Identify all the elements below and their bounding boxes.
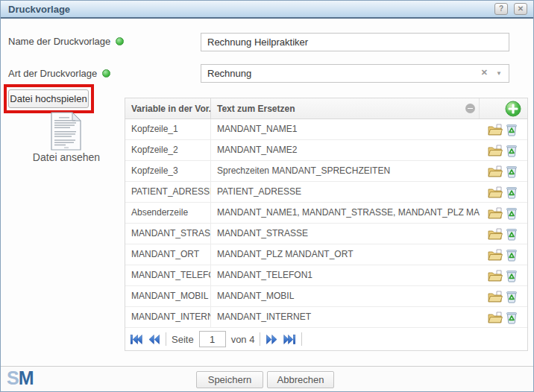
text-cell: MANDANT_STRASSE [211,224,480,244]
add-row-button[interactable] [505,101,521,117]
row-actions [480,161,527,181]
delete-trash-icon[interactable] [505,144,518,157]
variable-cell: PATIENT_ADRESSE [125,182,211,202]
dialog-title: Druckvorlage [8,4,70,15]
chevron-down-icon[interactable]: ▼ [496,70,502,77]
table-row[interactable]: Kopfzeile_1 MANDANT_NAME1 [125,119,527,140]
pager-divider [301,332,302,346]
row-actions [480,119,527,139]
next-page-button[interactable] [266,333,278,346]
dialog-titlebar: Druckvorlage ? ✕ [1,1,533,19]
open-folder-icon[interactable] [488,165,503,177]
variable-cell: MANDANT_INTERNET [125,307,211,327]
delete-trash-icon[interactable] [505,206,518,220]
template-name-input[interactable] [201,33,509,51]
clear-icon[interactable]: ✕ [481,68,488,78]
row-actions [480,265,527,285]
open-folder-icon[interactable] [488,312,503,323]
close-button[interactable]: ✕ [514,3,527,15]
dialog-footer: SM Speichern Abbrechen [1,366,533,391]
save-button[interactable]: Speichern [196,371,263,388]
variable-cell: Absenderzeile [125,203,211,223]
variable-cell: Kopfzeile_3 [125,161,211,181]
variables-grid: Variable in der Vor... Text zum Ersetzen… [125,98,528,351]
table-row[interactable]: Kopfzeile_3 Sprechzeiten MANDANT_SPRECHZ… [125,161,527,182]
open-folder-icon[interactable] [488,207,503,219]
column-menu-icon[interactable] [465,104,475,113]
variable-cell: Kopfzeile_1 [125,119,211,139]
row-actions [480,182,527,202]
combobox-value: Rechnung [207,68,251,79]
document-preview-icon[interactable] [48,112,83,154]
annotation-highlight-box [4,84,94,113]
variable-cell: MANDANT_STRASSE [125,224,211,244]
page-label: Seite [172,334,194,345]
template-type-combobox[interactable]: Rechnung ✕ ▼ [201,64,509,83]
open-folder-icon[interactable] [488,186,503,198]
column-header-text-label: Text zum Ersetzen [217,104,295,114]
table-row[interactable]: MANDANT_MOBIL MANDANT_MOBIL [125,286,527,307]
first-page-button[interactable] [130,333,142,346]
text-cell: Sprechzeiten MANDANT_SPRECHZEITEN [211,161,480,181]
previous-page-button[interactable] [148,333,160,346]
help-button[interactable]: ? [494,3,508,15]
table-row[interactable]: MANDANT_INTERNET MANDANT_INTERNET [125,307,527,328]
page-number-input[interactable] [199,331,226,347]
text-cell: MANDANT_INTERNET [211,307,480,327]
open-folder-icon[interactable] [488,124,503,136]
row-actions [480,244,527,265]
column-header-variable[interactable]: Variable in der Vor... [125,98,211,118]
cancel-button[interactable]: Abbrechen [267,371,334,388]
table-row[interactable]: Kopfzeile_2 MANDANT_NAME2 [125,140,527,161]
text-cell: MANDANT_NAME1, MANDANT_STRASSE, MANDANT_… [211,203,480,223]
row-actions [480,140,527,160]
app-logo: SM [7,367,34,389]
delete-trash-icon[interactable] [505,248,518,262]
variable-cell: MANDANT_MOBIL [125,286,211,306]
required-dot-icon [116,37,124,45]
type-label-text: Art der Druckvorlage [8,68,97,79]
text-cell: MANDANT_MOBIL [211,286,480,306]
table-row[interactable]: MANDANT_STRASSE MANDANT_STRASSE [125,224,527,244]
text-cell: MANDANT_PLZ MANDANT_ORT [211,244,480,265]
column-header-variable-label: Variable in der Vor... [131,104,211,114]
text-cell: MANDANT_NAME2 [211,140,480,160]
logo-letter-m: M [19,367,34,388]
delete-trash-icon[interactable] [505,311,518,324]
text-cell: MANDANT_NAME1 [211,119,480,139]
variable-cell: Kopfzeile_2 [125,140,211,160]
name-label-text: Name der Druckvorlage [8,36,110,47]
pager-divider [166,332,166,346]
variable-cell: MANDANT_ORT [125,244,211,265]
variable-cell: MANDANT_TELEFON1 [125,265,211,285]
table-row[interactable]: PATIENT_ADRESSE PATIENT_ADRESSE [125,182,527,203]
type-label: Art der Druckvorlage [8,68,110,79]
grid-header-actions [480,98,527,118]
open-folder-icon[interactable] [488,145,503,157]
pager-divider [260,332,260,346]
text-cell: MANDANT_TELEFON1 [211,265,480,285]
open-folder-icon[interactable] [488,291,503,303]
open-folder-icon[interactable] [488,270,503,282]
delete-trash-icon[interactable] [505,165,518,178]
delete-trash-icon[interactable] [505,290,518,303]
druckvorlage-dialog: Druckvorlage ? ✕ Name der Druckvorlage A… [0,0,534,392]
open-folder-icon[interactable] [488,249,503,261]
table-row[interactable]: MANDANT_TELEFON1 MANDANT_TELEFON1 [125,265,527,286]
open-folder-icon[interactable] [488,228,503,240]
row-actions [480,286,527,306]
delete-trash-icon[interactable] [505,269,518,282]
last-page-button[interactable] [283,333,296,346]
column-header-text[interactable]: Text zum Ersetzen [211,98,480,118]
text-cell: PATIENT_ADRESSE [211,182,480,202]
table-row[interactable]: Absenderzeile MANDANT_NAME1, MANDANT_STR… [125,203,527,224]
delete-trash-icon[interactable] [505,123,518,136]
table-row[interactable]: MANDANT_ORT MANDANT_PLZ MANDANT_ORT [125,244,527,265]
delete-trash-icon[interactable] [505,227,518,241]
name-label: Name der Druckvorlage [8,36,124,47]
delete-trash-icon[interactable] [505,186,518,199]
row-actions [480,203,527,223]
grid-header: Variable in der Vor... Text zum Ersetzen [125,98,527,119]
page-count-label: von 4 [231,334,255,345]
logo-letter-s: S [7,367,19,388]
